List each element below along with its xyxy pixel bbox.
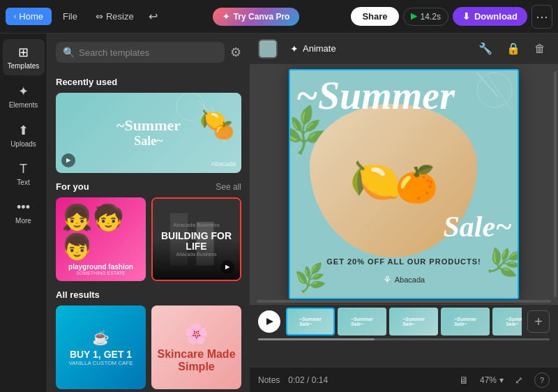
canvas-wrapper: ↻ ~Summer 🌿 🌿 [289,69,519,299]
download-label: Download [474,11,518,22]
all-results-grid: ☕ BUY 1, GET 1 VANILLA CUSTOM CAFE 🌸 Ski… [56,306,241,389]
timeline-frame-5[interactable]: ~SummerSale~ [492,308,522,336]
home-button[interactable]: ‹ Home [6,8,52,25]
timeline-scrollbar[interactable] [258,338,550,340]
for-you-header: For you See all [56,181,241,192]
search-bar: 🔍 ⚙ [47,33,250,68]
canvas-offer: GET 20% OFF ALL OUR PRODUCTS! [296,257,512,266]
color-swatch[interactable] [258,39,278,59]
buy1get1-template[interactable]: ☕ BUY 1, GET 1 VANILLA CUSTOM CAFE [56,306,146,389]
templates-label: Templates [8,62,40,70]
bottom-panel: ~SummerSale~ ~SummerSale~ ~SummerSale~ ~… [250,304,558,367]
sidebar-item-elements[interactable]: ✦ Elements [3,78,45,114]
text-label: Text [17,179,29,186]
thumb-brand-label: Abacada [211,160,236,167]
canvas-toolbar: ✦ Animate 🔧 🔒 🗑 [250,33,558,64]
topbar-center: ✦ Try Canva Pro [165,8,347,26]
building-title: BUILDING FOR LIFE [158,231,234,252]
templates-panel: 🔍 ⚙ Recently used ~Summer Sale~ [47,33,250,392]
help-button[interactable]: ? [534,372,550,388]
file-button[interactable]: File [56,8,84,25]
timeline-frame-2[interactable]: ~SummerSale~ [338,308,386,336]
sidebar-item-uploads[interactable]: ⬆ Uploads [3,117,45,153]
playground-subtitle: SOMETHING ESTATE [76,271,126,276]
more-label: More [15,217,31,225]
play-icon [411,13,418,20]
thumb-sale-text: Sale~ [134,134,163,149]
frame-thumb-4: ~SummerSale~ [441,308,490,336]
skincare-emoji: 🌸 [184,322,209,345]
elements-icon: ✦ [18,84,29,99]
canvas-sale-label: Sale~ [443,210,512,243]
undo-button[interactable]: ↩ [145,6,161,27]
sidebar-item-more[interactable]: ••• More [3,195,45,230]
time-button[interactable]: 14.2s [403,8,448,26]
more-options-button[interactable]: ⋯ [531,5,552,29]
skincare-template[interactable]: 🌸 Skincare Made Simple [151,306,241,389]
download-button[interactable]: ⬇ Download [453,7,527,26]
status-bar: Notes 0:02 / 0:14 🖥 47% ▾ ⤢ ? [250,367,558,392]
filter-icon[interactable]: ⚙ [230,45,241,60]
buy-emoji: ☕ [92,329,110,346]
animate-label: Animate [303,43,336,54]
for-you-grid: 👧🧒👦 playground fashion SOMETHING ESTATE … [56,197,241,281]
search-input[interactable] [79,47,218,58]
add-frame-button[interactable]: + [527,310,550,333]
sidebar-item-templates[interactable]: ⊞ Templates [3,39,45,75]
search-input-wrap[interactable]: 🔍 [56,42,225,63]
topbar: ‹ Home File ⇔ Resize ↩ ✦ Try Canva Pro S… [0,0,558,33]
time-label: 14.2s [421,12,441,22]
resize-icon: ⇔ [96,11,103,22]
all-results-header: All results [56,289,241,300]
recently-used-template[interactable]: ~Summer Sale~ Abacada 🍋 🍊 [56,93,241,173]
canvas-leaf-bottomleft: 🌿 [294,261,329,294]
sidebar-item-text[interactable]: T Text [3,156,45,192]
timeline-play-button[interactable] [258,310,280,333]
see-all-button[interactable]: See all [216,182,241,192]
canvas-scrollbar-vertical[interactable] [554,71,557,297]
zoom-chevron: ▾ [499,375,504,385]
share-button[interactable]: Share [351,7,398,26]
timeline-play-icon [266,318,273,325]
thumb-summer-text: ~Summer [116,117,181,134]
more-icon: ••• [17,200,30,215]
design-canvas[interactable]: ~Summer 🌿 🌿 🌿 🍋 🍊 Sale~ GET 20% OFF AL [289,69,519,299]
canvas-area: ✦ Animate 🔧 🔒 🗑 ↻ [250,33,558,392]
thumb-play-icon [66,158,71,163]
timeline-frame-3[interactable]: ~SummerSale~ [389,308,438,336]
notes-label[interactable]: Notes [258,375,280,385]
uploads-label: Uploads [10,140,36,148]
frame-thumb-1: ~SummerSale~ [287,309,333,334]
thumb-play-btn[interactable] [61,153,75,167]
toolbar-trash-btn[interactable]: 🗑 [530,38,550,59]
timeline-frame-4[interactable]: ~SummerSale~ [441,308,490,336]
canvas-fruit-emoji: 🍋 [349,160,402,202]
search-icon: 🔍 [63,47,75,58]
canvas-offer-main: GET 20% OFF ALL OUR PRODUCTS! [296,257,512,266]
timeline-frame-1[interactable]: ~SummerSale~ [286,308,335,336]
chevron-left-icon: ‹ [14,13,16,20]
try-canva-button[interactable]: ✦ Try Canva Pro [213,8,300,26]
templates-icon: ⊞ [18,45,29,60]
for-you-item-building[interactable]: Abacada Business BUILDING FOR LIFE Abaca… [151,197,241,281]
recently-used-title: Recently used [56,77,117,87]
building-play-btn[interactable] [220,260,234,274]
resize-button[interactable]: ⇔ Resize [89,8,141,25]
animate-icon: ✦ [290,43,299,54]
toolbar-lock-btn[interactable]: 🔒 [502,38,525,59]
zoom-display[interactable]: 47% ▾ [480,375,504,385]
all-results-title: All results [56,289,100,300]
frame-thumb-2: ~SummerSale~ [338,308,386,336]
fullscreen-icon-btn[interactable]: ⤢ [512,372,526,389]
time-display: 0:02 / 0:14 [288,375,328,385]
frame-thumb-3: ~SummerSale~ [389,308,438,336]
animate-button[interactable]: ✦ Animate [283,40,343,58]
canvas-scrollbar-horizontal[interactable] [257,300,551,303]
frame-thumb-5: ~SummerSale~ [492,308,522,336]
toolbar-wrench-btn[interactable]: 🔧 [474,38,497,59]
monitor-icon-btn[interactable]: 🖥 [456,372,472,389]
for-you-item-playground[interactable]: 👧🧒👦 playground fashion SOMETHING ESTATE [56,197,146,281]
topbar-right: Share 14.2s ⬇ Download ⋯ [351,5,552,29]
topbar-left: ‹ Home File ⇔ Resize ↩ [6,6,161,27]
try-canva-label: Try Canva Pro [234,12,290,22]
